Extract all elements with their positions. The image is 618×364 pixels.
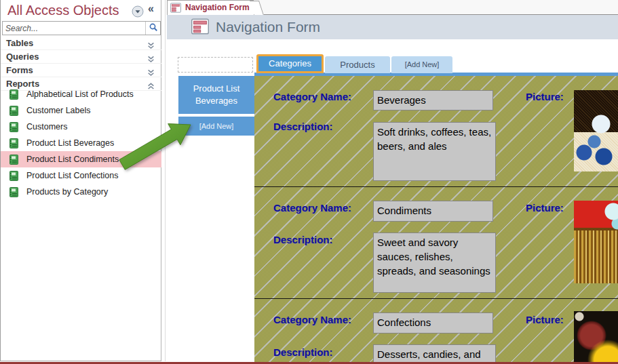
document-tab-bar: Navigation Form bbox=[167, 0, 618, 15]
section-label: Queries bbox=[6, 52, 39, 62]
search-icon bbox=[149, 22, 158, 35]
shutter-bar-collapse-button[interactable]: « bbox=[148, 3, 154, 15]
tab-add-new-horizontal[interactable]: [Add New] bbox=[391, 56, 452, 73]
document-tab-navigation-form[interactable]: Navigation Form bbox=[167, 0, 254, 15]
category-name-field[interactable]: Condiments bbox=[373, 201, 493, 222]
category-name-label: Category Name: bbox=[273, 91, 351, 102]
tab-label: Categories bbox=[269, 58, 311, 68]
report-icon bbox=[9, 186, 18, 203]
nav-pane-title: All Access Objects bbox=[7, 3, 119, 18]
record-separator bbox=[254, 298, 618, 299]
vertical-tab-add-new[interactable]: [Add New] bbox=[178, 117, 254, 136]
category-picture-condiments[interactable] bbox=[574, 201, 618, 283]
tab-label: Products bbox=[340, 60, 374, 70]
picture-label: Picture: bbox=[526, 314, 564, 325]
page-title: Navigation Form bbox=[216, 15, 320, 39]
circle-dropdown-icon bbox=[132, 8, 144, 20]
sidebar-section-queries[interactable]: Queries bbox=[1, 50, 161, 64]
description-label: Description: bbox=[273, 121, 333, 132]
tab-label: Product List Beverages bbox=[188, 83, 245, 107]
navigation-pane: All Access Objects « Tables Queries bbox=[0, 0, 161, 361]
description-field[interactable]: Sweet and savory sauces, relishes, sprea… bbox=[373, 232, 496, 293]
report-item-product-list-confections[interactable]: Product List Confections bbox=[1, 167, 161, 184]
report-item-label: Product List Confections bbox=[26, 167, 119, 184]
category-picture-beverages[interactable] bbox=[574, 90, 618, 171]
form-icon bbox=[170, 3, 181, 16]
nav-pane-menu-button[interactable] bbox=[132, 5, 144, 18]
category-name-label: Category Name: bbox=[273, 314, 351, 325]
description-label: Description: bbox=[273, 234, 333, 245]
report-item-label: Customer Labels bbox=[26, 102, 91, 119]
sidebar-section-tables[interactable]: Tables bbox=[1, 37, 161, 50]
tab-label: [Add New] bbox=[405, 60, 440, 68]
report-item-product-list-beverages[interactable]: Product List Beverages bbox=[1, 135, 161, 151]
nav-search-box bbox=[2, 21, 161, 35]
report-item-label: Product List Beverages bbox=[26, 135, 114, 151]
report-item-customers[interactable]: Customers bbox=[1, 119, 161, 135]
search-button[interactable] bbox=[145, 22, 160, 35]
description-field[interactable]: Desserts, candies, and sweet breads bbox=[373, 344, 496, 364]
report-item-product-list-condiments[interactable]: Product List Condiments bbox=[1, 151, 161, 167]
form-icon bbox=[191, 18, 209, 37]
category-name-label: Category Name: bbox=[273, 202, 351, 214]
form-header: Navigation Form bbox=[167, 15, 618, 39]
picture-label: Picture: bbox=[526, 202, 564, 214]
tab-categories[interactable]: Categories bbox=[256, 54, 324, 73]
tab-slant-edge bbox=[250, 1, 264, 15]
report-item-customer-labels[interactable]: Customer Labels bbox=[1, 102, 161, 119]
report-item-products-by-category[interactable]: Products by Category bbox=[1, 184, 161, 200]
description-label: Description: bbox=[273, 346, 333, 358]
sidebar-section-forms[interactable]: Forms bbox=[1, 64, 161, 77]
tab-products[interactable]: Products bbox=[325, 56, 390, 73]
description-field[interactable]: Soft drinks, coffees, teas, beers, and a… bbox=[373, 122, 496, 181]
vertical-tab-product-list-beverages[interactable]: Product List Beverages bbox=[178, 76, 254, 114]
record-separator bbox=[254, 186, 618, 187]
picture-label: Picture: bbox=[526, 91, 564, 102]
report-item-alphabetical-list[interactable]: Alphabetical List of Products bbox=[1, 86, 161, 102]
report-item-label: Alphabetical List of Products bbox=[26, 86, 134, 102]
report-item-label: Product List Condiments bbox=[26, 151, 119, 167]
document-tab-label: Navigation Form bbox=[185, 1, 250, 15]
category-name-field[interactable]: Beverages bbox=[373, 90, 493, 110]
access-window: All Access Objects « Tables Queries bbox=[0, 0, 618, 364]
category-picture-confections[interactable] bbox=[574, 311, 618, 364]
tab-label: [Add New] bbox=[199, 122, 234, 130]
report-item-label: Products by Category bbox=[26, 184, 108, 200]
section-label: Tables bbox=[6, 38, 33, 48]
search-input[interactable] bbox=[3, 22, 145, 35]
pane-splitter[interactable] bbox=[165, 0, 166, 361]
category-name-field[interactable]: Confections bbox=[373, 312, 493, 333]
navigation-corner-placeholder bbox=[178, 57, 253, 73]
report-item-label: Customers bbox=[26, 119, 67, 135]
section-label: Forms bbox=[6, 65, 33, 75]
categories-subform: Category Name: Beverages Description: So… bbox=[254, 76, 618, 364]
collapse-chevrons-icon: « bbox=[148, 3, 154, 14]
